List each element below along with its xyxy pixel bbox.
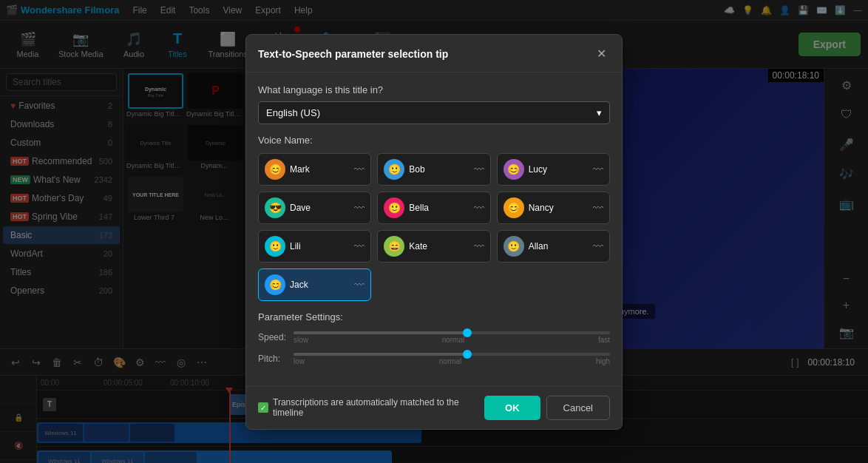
voice-name-bella: Bella xyxy=(409,203,469,213)
speed-slider-row: Speed: slow normal fast xyxy=(258,331,610,344)
dialog-close-button[interactable]: ✕ xyxy=(592,45,610,63)
voice-wave-jack[interactable]: 〰 xyxy=(354,279,365,291)
pitch-max-label: high xyxy=(596,357,610,365)
voice-avatar-bob: 🙂 xyxy=(384,159,404,180)
pitch-slider[interactable]: low normal high xyxy=(294,353,610,365)
auto-match-label: Transcriptions are automatically matched… xyxy=(273,397,484,418)
voice-wave-dave[interactable]: 〰 xyxy=(354,202,365,214)
voice-avatar-lucy: 😊 xyxy=(503,159,524,180)
voice-name-nancy: Nancy xyxy=(529,203,589,213)
voice-avatar-nancy: 😊 xyxy=(503,197,524,218)
voice-bella[interactable]: 🙂 Bella 〰 xyxy=(377,192,490,224)
pitch-slider-row: Pitch: low normal high xyxy=(258,353,610,365)
voice-wave-bella[interactable]: 〰 xyxy=(474,202,484,214)
voice-name-lucy: Lucy xyxy=(529,164,589,175)
speed-fill xyxy=(294,331,467,334)
speed-thumb[interactable] xyxy=(463,328,472,337)
voice-name-kate: Kate xyxy=(409,241,469,251)
voice-avatar-lili: 🙂 xyxy=(265,236,285,257)
voice-lili[interactable]: 🙂 Lili 〰 xyxy=(258,230,371,263)
dialog-header: Text-to-Speech parameter selection tip ✕ xyxy=(246,35,622,72)
voice-name-bob: Bob xyxy=(409,164,469,175)
voice-kate[interactable]: 😄 Kate 〰 xyxy=(377,230,490,263)
voice-wave-kate[interactable]: 〰 xyxy=(474,240,484,252)
voice-avatar-allan: 🙂 xyxy=(503,236,524,257)
pitch-min-label: low xyxy=(294,357,305,365)
dialog-body: What language is this title in? English … xyxy=(246,72,622,386)
voice-grid: 😊 Mark 〰 🙂 Bob 〰 😊 Lucy 〰 😎 Dave xyxy=(258,153,610,301)
voice-wave-bob[interactable]: 〰 xyxy=(474,163,484,175)
voice-bob[interactable]: 🙂 Bob 〰 xyxy=(377,153,490,186)
voice-name-lili: Lili xyxy=(290,241,350,251)
param-settings-label: Parameter Settings: xyxy=(258,311,610,322)
speed-min-label: slow xyxy=(294,336,308,344)
voice-mark[interactable]: 😊 Mark 〰 xyxy=(258,153,371,186)
auto-match-checkbox-row: ✓ Transcriptions are automatically match… xyxy=(258,397,484,418)
dialog-footer: ✓ Transcriptions are automatically match… xyxy=(246,386,622,429)
speed-mid-label: normal xyxy=(442,336,465,344)
pitch-mid-label: normal xyxy=(439,357,462,365)
dialog-title: Text-to-Speech parameter selection tip xyxy=(258,48,448,60)
language-label: What language is this title in? xyxy=(258,84,610,95)
voice-name-label: Voice Name: xyxy=(258,135,610,146)
voice-lucy[interactable]: 😊 Lucy 〰 xyxy=(497,153,610,186)
voice-name-jack: Jack xyxy=(290,280,350,290)
speed-max-label: fast xyxy=(598,336,610,344)
voice-name-mark: Mark xyxy=(290,164,350,175)
voice-name-dave: Dave xyxy=(290,203,350,213)
speed-slider[interactable]: slow normal fast xyxy=(294,331,610,344)
voice-dave[interactable]: 😎 Dave 〰 xyxy=(258,192,371,224)
voice-wave-allan[interactable]: 〰 xyxy=(593,240,603,252)
auto-match-checkbox[interactable]: ✓ xyxy=(258,402,268,413)
voice-avatar-mark: 😊 xyxy=(265,159,285,180)
tts-dialog: Text-to-Speech parameter selection tip ✕… xyxy=(245,34,623,430)
dialog-buttons: OK Cancel xyxy=(484,396,610,420)
voice-jack[interactable]: 😊 Jack 〰 xyxy=(258,268,371,301)
pitch-label: Pitch: xyxy=(258,354,288,364)
ok-button[interactable]: OK xyxy=(484,396,540,420)
pitch-thumb[interactable] xyxy=(463,350,472,359)
voice-nancy[interactable]: 😊 Nancy 〰 xyxy=(497,192,610,224)
dialog-overlay: Text-to-Speech parameter selection tip ✕… xyxy=(0,0,868,463)
voice-allan[interactable]: 🙂 Allan 〰 xyxy=(497,230,610,263)
cancel-button[interactable]: Cancel xyxy=(546,396,610,420)
voice-avatar-bella: 🙂 xyxy=(384,197,404,218)
voice-wave-nancy[interactable]: 〰 xyxy=(593,202,603,214)
speed-label: Speed: xyxy=(258,332,288,342)
voice-wave-lucy[interactable]: 〰 xyxy=(593,163,603,175)
language-value: English (US) xyxy=(266,107,320,118)
voice-avatar-dave: 😎 xyxy=(265,197,285,218)
language-select[interactable]: English (US) ▾ xyxy=(258,101,610,124)
voice-name-allan: Allan xyxy=(529,241,589,251)
select-chevron-icon: ▾ xyxy=(597,107,602,118)
voice-avatar-kate: 😄 xyxy=(384,236,404,257)
pitch-fill xyxy=(294,353,467,356)
voice-wave-mark[interactable]: 〰 xyxy=(354,163,365,175)
voice-wave-lili[interactable]: 〰 xyxy=(354,240,365,252)
voice-avatar-jack: 😊 xyxy=(265,274,285,295)
